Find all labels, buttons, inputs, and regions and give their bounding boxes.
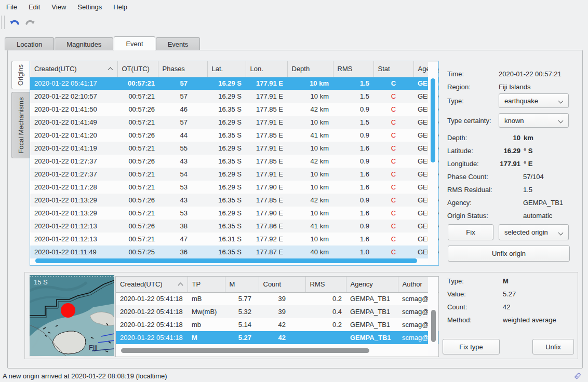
side-tab-origins[interactable]: Origins — [11, 61, 30, 89]
cell: 1.6 — [333, 181, 373, 194]
cell: C — [373, 194, 413, 207]
cell: C — [373, 168, 413, 181]
fix-type-button[interactable]: Fix type — [443, 339, 500, 354]
column-header-m[interactable]: M — [225, 277, 259, 292]
column-header-lat-[interactable]: Lat. — [207, 61, 246, 77]
column-header-rms[interactable]: RMS — [305, 277, 346, 292]
cell: 39 — [259, 292, 305, 305]
fix-button-label: Fix — [466, 228, 475, 236]
cell: 10 km — [287, 116, 333, 129]
table-row[interactable]: 2020-01-22 01:13:2900:57:264316.35 S177.… — [30, 194, 439, 207]
tab-events[interactable]: Events — [156, 37, 201, 50]
map-lat-label: 15 S — [34, 278, 48, 286]
magnitudes-vscroll-thumb[interactable] — [431, 310, 436, 342]
longitude-value: 177.91 — [500, 160, 520, 168]
latitude-value: 16.29 — [503, 147, 520, 155]
cell: 16.29 S — [207, 207, 246, 220]
table-row[interactable]: 2020-01-22 05:41:18mB5.77390.2GEMPA_TB1s… — [116, 292, 439, 305]
cell: 2020-01-22 01:41:49 — [30, 116, 117, 129]
origins-hscroll-thumb[interactable] — [35, 258, 417, 263]
table-row[interactable]: 2020-01-22 01:11:4900:57:253616.35 S177.… — [30, 245, 439, 258]
column-header-ot-utc-[interactable]: OT(UTC) — [117, 61, 158, 77]
fix-scope-combo[interactable]: selected origin — [499, 224, 569, 240]
cell: 42 km — [287, 155, 333, 168]
cell: 42 km — [287, 194, 333, 207]
column-header-tp[interactable]: TP — [188, 277, 225, 292]
column-header-lon-[interactable]: Lon. — [246, 61, 287, 77]
tab-event[interactable]: Event — [114, 36, 155, 50]
column-header-created-utc-[interactable]: Created(UTC) — [116, 277, 188, 292]
cell: 41 km — [287, 220, 333, 233]
table-row[interactable]: 2020-01-22 01:27:3700:57:215416.29 S177.… — [30, 168, 439, 181]
location-map[interactable]: 15 S Fiji — [30, 275, 114, 356]
cell: 00:57:21 — [117, 181, 158, 194]
cell: 2020-01-22 01:11:49 — [30, 245, 117, 258]
origin-status-value: automatic — [523, 212, 552, 220]
fix-button[interactable]: Fix — [448, 224, 493, 240]
table-row[interactable]: 2020-01-22 01:41:4900:57:215716.29 S177.… — [30, 116, 439, 129]
table-row[interactable]: 2020-01-22 01:12:1300:57:263816.35 S177.… — [30, 220, 439, 233]
depth-unit: km — [524, 134, 533, 142]
cell: 2020-01-22 01:27:37 — [30, 168, 117, 181]
toolbar-drag-handle[interactable] — [1, 16, 5, 29]
unfix-origin-button[interactable]: Unfix origin — [448, 245, 570, 262]
menu-help[interactable]: Help — [108, 1, 133, 13]
event-type-combo[interactable]: earthquake — [499, 93, 569, 108]
table-row[interactable]: 2020-01-22 05:41:1700:57:215716.29 S177.… — [30, 77, 439, 90]
magnitudes-hscroll-thumb[interactable] — [121, 348, 369, 353]
cell: 16.29 S — [207, 116, 246, 129]
commit-pen-icon[interactable] — [573, 372, 582, 382]
column-header-created-utc-[interactable]: Created(UTC) — [30, 61, 117, 77]
table-row[interactable]: 2020-01-22 02:10:5700:57:215716.29 S177.… — [30, 90, 439, 103]
tab-location[interactable]: Location — [5, 37, 54, 50]
table-row[interactable]: 2020-01-22 01:13:2900:57:215316.29 S177.… — [30, 207, 439, 220]
column-header-stat[interactable]: Stat — [373, 61, 413, 77]
tab-magnitudes[interactable]: Magnitudes — [55, 37, 113, 50]
cell: C — [373, 90, 413, 103]
origins-vscroll-thumb[interactable] — [431, 78, 435, 162]
table-row[interactable]: 2020-01-22 01:41:2000:57:264416.35 S177.… — [30, 129, 439, 142]
side-tab-focal-mechanisms[interactable]: Focal Mechanisms — [11, 92, 30, 158]
sort-ascending-icon — [108, 67, 113, 73]
column-header-count[interactable]: Count — [259, 277, 305, 292]
table-row[interactable]: 2020-01-22 01:41:5000:57:264616.35 S177.… — [30, 103, 439, 116]
table-row[interactable]: 2020-01-22 01:12:1300:57:214716.31 S177.… — [30, 233, 439, 245]
menu-settings[interactable]: Settings — [72, 1, 108, 13]
menu-view[interactable]: View — [46, 1, 72, 13]
table-row[interactable]: 2020-01-22 01:27:3700:57:264316.35 S177.… — [30, 155, 439, 168]
rms-residual-label: RMS Residual: — [447, 186, 492, 194]
cell: 00:57:21 — [117, 142, 158, 155]
cell: 177.91 E — [246, 116, 287, 129]
table-row[interactable]: 2020-01-22 05:41:18Mw(mB)5.32390.4GEMPA_… — [116, 305, 439, 318]
column-header-agency[interactable]: Agency — [346, 277, 398, 292]
table-row[interactable]: 2020-01-22 05:41:18M5.2742GEMPA_TB1scmag… — [116, 331, 439, 344]
cell — [305, 331, 346, 344]
cell: 2020-01-22 01:12:13 — [30, 233, 117, 245]
cell: 2020-01-22 01:41:19 — [30, 142, 117, 155]
cell: 10 km — [287, 90, 333, 103]
column-header-depth[interactable]: Depth — [287, 61, 333, 77]
table-row[interactable]: 2020-01-22 05:41:18mb5.14420.2GEMPA_TB1s… — [116, 318, 439, 331]
table-row[interactable]: 2020-01-22 01:41:1900:57:215516.29 S177.… — [30, 142, 439, 155]
cell: 43 — [158, 155, 207, 168]
origins-table: Created(UTC)OT(UTC)PhasesLat.Lon.DepthRM… — [30, 61, 439, 266]
cell: 177.90 E — [246, 207, 287, 220]
type-certainty-combo[interactable]: known — [499, 113, 569, 128]
menu-edit[interactable]: Edit — [23, 1, 46, 13]
cell: 1.0 — [333, 245, 373, 258]
redo-button[interactable] — [23, 16, 37, 29]
unfix-button[interactable]: Unfix — [532, 339, 574, 354]
side-tab-origins-label: Origins — [17, 64, 25, 86]
depth-label: Depth: — [447, 134, 467, 142]
cell: 177.91 E — [246, 77, 287, 90]
cell: GEMPA_TB1 — [346, 305, 398, 318]
menu-file[interactable]: File — [1, 1, 23, 13]
column-header-phases[interactable]: Phases — [158, 61, 207, 77]
cell: 00:57:21 — [117, 168, 158, 181]
cell: 2020-01-22 05:41:18 — [116, 292, 188, 305]
cell: 1.6 — [333, 207, 373, 220]
column-header-rms[interactable]: RMS — [333, 61, 373, 77]
magnitudes-header-row: Created(UTC)TPMCountRMSAgencyAuthor — [116, 277, 439, 292]
undo-button[interactable] — [8, 16, 21, 29]
table-row[interactable]: 2020-01-22 01:17:2800:57:215316.29 S177.… — [30, 181, 439, 194]
